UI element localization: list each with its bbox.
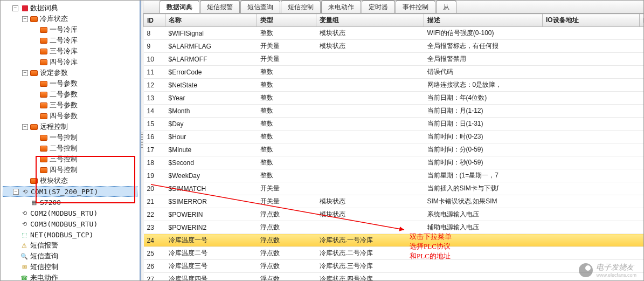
tree-icon [39, 80, 48, 87]
cell-group [316, 118, 424, 131]
column-header[interactable]: 变量组 [316, 14, 424, 27]
column-header[interactable]: IO设备地址 [543, 14, 640, 27]
tree-toggle[interactable]: − [22, 16, 28, 22]
tab[interactable]: 来电动作 [321, 1, 361, 13]
table-row[interactable]: 20$SIMMATCH开关量当前插入的SIM卡与下载f [144, 182, 644, 195]
tree-item[interactable]: ⟲COM2(MODBUS_RTU) [3, 208, 137, 218]
cell-desc: 错误代码 [424, 66, 543, 79]
tree-item[interactable]: ⚠短信报警 [3, 240, 137, 251]
tab[interactable]: 数据词典 [160, 1, 199, 13]
cell-name: $SIMMATCH [165, 182, 257, 195]
table-row[interactable]: 26冷库温度三号浮点数冷库状态.三号冷库 [144, 260, 644, 273]
tree-label: 设定参数 [40, 68, 68, 78]
tree-icon [39, 166, 48, 174]
tree-item[interactable]: 四号控制 [3, 165, 137, 175]
column-header[interactable]: ID [144, 14, 165, 27]
tree-label: 一号控制 [50, 133, 78, 142]
table-row[interactable]: 19$WeekDay整数当前星期：(1=星期一，7 [144, 169, 644, 182]
tree-toggle[interactable]: − [12, 5, 18, 11]
table-row[interactable]: 13$Year整数当前日期：年(4位数) [144, 92, 644, 105]
table-row[interactable]: 16$Hour整数当前时间：时(0-23) [144, 131, 644, 143]
tree-item[interactable]: 四号冷库 [3, 57, 137, 67]
table-row[interactable]: 25冷库温度二号浮点数冷库状态.二号冷库 [144, 247, 644, 260]
tree-item[interactable]: 三号冷库 [3, 46, 137, 57]
cell-i [640, 143, 644, 156]
cell-group: 模块状态 [316, 40, 424, 53]
cell-group [316, 156, 424, 169]
tree-label: 二号参数 [50, 90, 78, 99]
column-header[interactable]: 类型 [257, 14, 316, 27]
table-row[interactable]: 18$Second整数当前时间：秒(0-59) [144, 156, 644, 169]
cell-name: $Minute [165, 143, 257, 156]
table-row[interactable]: 8$WIFISignal整数模块状态WIFI的信号强度(0-100) [144, 27, 644, 40]
table-row[interactable]: 9$ALARMFLAG开关量模块状态全局报警标志，有任何报 [144, 40, 644, 53]
tab[interactable]: 短信查询 [240, 1, 280, 13]
tab[interactable]: 事件控制 [396, 1, 435, 13]
tree-item[interactable]: 一号冷库 [3, 24, 137, 35]
table-row[interactable]: 27冷库温度四号浮点数冷库状态.四号冷库 [144, 273, 644, 281]
cell-i [640, 131, 644, 143]
tree-item[interactable]: 四号参数 [3, 111, 137, 121]
table-row[interactable]: 10$ALARMOFF开关量全局报警禁用 [144, 53, 644, 66]
column-header[interactable]: 名称 [165, 14, 257, 27]
tree-item[interactable]: −数据词典 [3, 3, 137, 13]
cell-i [640, 221, 644, 234]
table-row[interactable]: 22$POWERIN浮点数模块状态系统电源输入电压 [144, 208, 644, 221]
tree-label: COM3(MODBUS_RTU) [30, 220, 98, 228]
table-row[interactable]: 21$SIMERROR开关量模块状态SIM卡错误状态,如果SIM [144, 195, 644, 208]
cell-io [543, 131, 640, 143]
tree-item[interactable]: 二号冷库 [3, 35, 137, 46]
tree-icon [39, 112, 48, 120]
tree-toggle[interactable]: − [22, 124, 28, 130]
tree-item[interactable]: ⟲COM3(MODBUS_RTU) [3, 218, 137, 229]
tree-item[interactable]: 🔍短信查询 [3, 251, 137, 262]
cell-io [543, 118, 640, 131]
cell-io [543, 40, 640, 53]
tree-item[interactable]: ☎来电动作 [3, 272, 137, 280]
tree-label: COM1(S7_200_PPI) [31, 188, 98, 196]
cell-name: 冷库温度四号 [165, 273, 257, 281]
table-row[interactable]: 17$Minute整数当前时间：分(0-59) [144, 143, 644, 156]
tree-label: NET(MODBUS_TCP) [30, 231, 93, 239]
cell-type: 整数 [257, 156, 316, 169]
tree-item[interactable]: 一号参数 [3, 78, 137, 89]
cell-i [640, 247, 644, 260]
tree-item[interactable]: −冷库状态 [3, 13, 137, 24]
table-row[interactable]: 12$NetState整数网络连接状态：0是故障， [144, 79, 644, 92]
tree-item[interactable]: 二号控制 [3, 143, 137, 154]
table-row[interactable]: 11$ErrorCode整数错误代码 [144, 66, 644, 79]
cell-group: 冷库状态.四号冷库 [316, 273, 424, 281]
table-row[interactable]: 14$Month整数当前日期：月(1-12) [144, 105, 644, 118]
tab[interactable]: 定时器 [362, 1, 395, 13]
tree-item[interactable]: −远程控制 [3, 121, 137, 132]
cell-name: $ALARMFLAG [165, 40, 257, 53]
tab-bar: 数据词典短信报警短信查询短信控制来电动作定时器事件控制从 [143, 1, 643, 13]
tree-item[interactable]: 三号参数 [3, 100, 137, 111]
tree-item[interactable]: −⟲COM1(S7_200_PPI) [3, 186, 137, 197]
tree-item[interactable]: −设定参数 [3, 67, 137, 78]
tree-item[interactable]: ✉短信控制 [3, 262, 137, 272]
table-row[interactable]: 15$Day整数当前日期：日(1-31) [144, 118, 644, 131]
tree-item[interactable]: 三号控制 [3, 154, 137, 165]
table-row[interactable]: 23$POWERIN2浮点数辅助电源输入电压 [144, 221, 644, 234]
cell-type: 整数 [257, 92, 316, 105]
column-header[interactable]: 描述 [424, 14, 543, 27]
tab[interactable]: 短信报警 [200, 1, 240, 13]
cell-i [640, 27, 644, 40]
tree-item[interactable]: 二号参数 [3, 89, 137, 100]
tree-item[interactable]: ▦S7200 [3, 197, 137, 208]
logo-sub: www.elecfans.com [596, 272, 636, 278]
tab[interactable]: 从 [436, 1, 456, 13]
tree-label: 数据词典 [30, 3, 58, 13]
table-row[interactable]: 24冷库温度一号浮点数冷库状态.一号冷库 [144, 234, 644, 247]
tree-item[interactable]: 一号控制 [3, 132, 137, 143]
tree-item[interactable]: 模块状态 [3, 175, 137, 186]
tree-label: COM2(MODBUS_RTU) [30, 209, 98, 217]
tree-toggle[interactable]: − [13, 189, 19, 195]
splitter[interactable] [141, 1, 143, 280]
tree-item[interactable]: ⬚NET(MODBUS_TCP) [3, 229, 137, 240]
column-header[interactable]: I [640, 14, 644, 27]
tree-toggle[interactable]: − [22, 70, 28, 76]
annotation-line: 选择PLC协议 [410, 242, 452, 251]
tab[interactable]: 短信控制 [281, 1, 321, 13]
